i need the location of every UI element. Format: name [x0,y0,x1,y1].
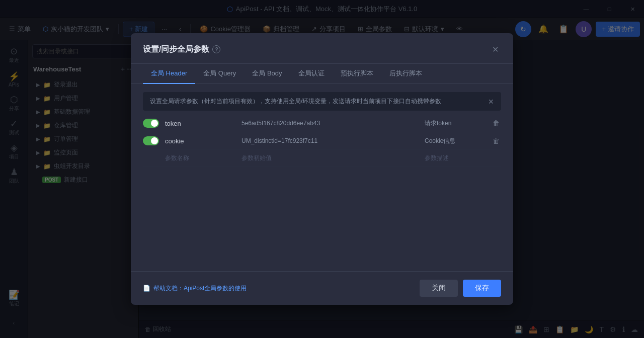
notice-text: 设置全局请求参数（针对当前项目有效），支持使用全局/环境变量，发送请求时当前项目… [150,97,441,106]
tab-pre-script[interactable]: 预执行脚本 [333,64,381,84]
help-doc-icon: 📄 [143,285,150,292]
param-name-cookie: cookie [165,137,235,145]
param-name-placeholder[interactable]: 参数名称 [165,154,235,162]
modal-tabs: 全局 Header 全局 Query 全局 Body 全局认证 预执行脚本 后执… [131,64,513,84]
modal-footer: 📄 帮助文档：ApiPost全局参数的使用 关闭 保存 [131,271,513,305]
param-row-cookie: cookie UM_distinctid=17fc923f7c11 Cookie… [143,132,501,150]
modal-overlay: 设置/同步全局参数 ? ✕ 全局 Header 全局 Query 全局 Body… [0,0,644,338]
param-value-token: 5e6ad5f167c820dd6ee7ab43 [242,120,419,127]
modal-header: 设置/同步全局参数 ? ✕ [131,33,513,64]
notice-close-button[interactable]: ✕ [488,98,494,106]
modal-info-icon[interactable]: ? [212,45,220,53]
modal-close-button[interactable]: ✕ [489,43,501,55]
param-desc-token: 请求token [425,119,485,128]
cancel-button[interactable]: 关闭 [420,280,458,297]
save-button[interactable]: 保存 [463,280,501,297]
global-params-modal: 设置/同步全局参数 ? ✕ 全局 Header 全局 Query 全局 Body… [131,33,513,305]
param-name-token: token [165,120,235,127]
tab-global-body[interactable]: 全局 Body [244,64,290,84]
param-desc-placeholder[interactable]: 参数描述 [425,154,485,162]
param-delete-cookie[interactable]: 🗑 [491,137,501,145]
tab-post-script[interactable]: 后执行脚本 [381,64,430,84]
param-desc-cookie: Cookie信息 [425,137,485,145]
param-row-placeholder: 参数名称 参数初始值 参数描述 [143,150,501,167]
param-row-token: token 5e6ad5f167c820dd6ee7ab43 请求token 🗑 [143,115,501,132]
param-toggle-token[interactable] [143,119,159,128]
param-delete-token[interactable]: 🗑 [491,119,501,127]
param-value-cookie: UM_distinctid=17fc923f7c11 [242,137,419,144]
param-toggle-cookie[interactable] [143,136,159,145]
help-link[interactable]: 📄 帮助文档：ApiPost全局参数的使用 [143,284,247,293]
param-value-placeholder[interactable]: 参数初始值 [242,154,419,162]
tab-global-query[interactable]: 全局 Query [195,64,244,84]
tab-global-header[interactable]: 全局 Header [143,64,195,84]
footer-actions: 关闭 保存 [420,280,501,297]
modal-title: 设置/同步全局参数 ? [143,44,220,55]
tab-global-auth[interactable]: 全局认证 [290,64,333,84]
modal-notice: 设置全局请求参数（针对当前项目有效），支持使用全局/环境变量，发送请求时当前项目… [143,92,501,111]
params-area: token 5e6ad5f167c820dd6ee7ab43 请求token 🗑… [131,115,513,271]
